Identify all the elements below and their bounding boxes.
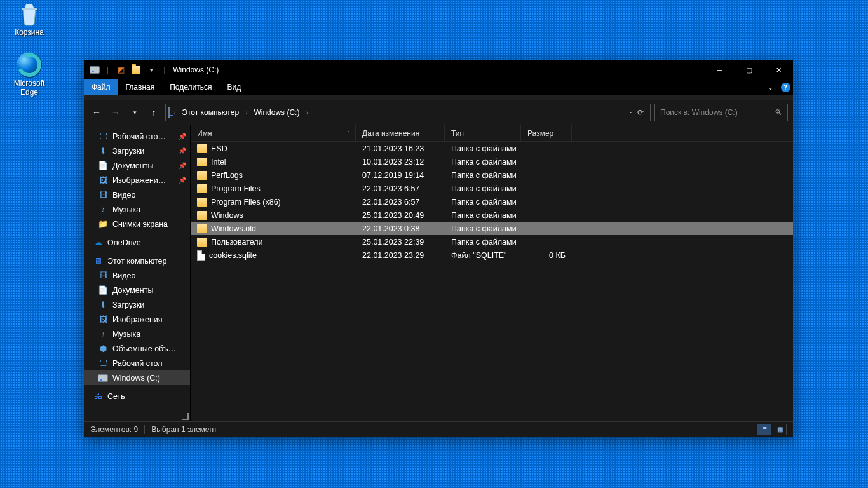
sidebar-item-quick[interactable]: 📁Снимки экрана (84, 217, 190, 231)
folder-icon (197, 238, 207, 247)
file-row[interactable]: Windows.old22.01.2023 0:38Папка с файлам… (191, 222, 793, 235)
file-type: Папка с файлами (445, 198, 521, 207)
sidebar-item-label: Рабочий сто… (112, 132, 166, 141)
file-row[interactable]: Пользователи25.01.2023 22:39Папка с файл… (191, 235, 793, 248)
col-type[interactable]: Тип (445, 125, 521, 141)
view-large-button[interactable]: ▦ (773, 424, 787, 435)
3d-icon: ⬢ (98, 344, 108, 354)
sidebar-item-label: Загрузки (112, 301, 144, 309)
qat-dropdown-icon[interactable]: ▾ (146, 64, 157, 76)
doc-icon: 📄 (98, 161, 108, 171)
download-icon: ⬇ (98, 146, 108, 156)
sidebar-item-pc[interactable]: ⬢Объемные объ… (84, 341, 190, 356)
folder-icon (197, 224, 207, 233)
refresh-button[interactable]: ⟳ (637, 108, 644, 117)
col-name[interactable]: Имя˄ (191, 125, 356, 141)
file-date: 25.01.2023 20:49 (356, 211, 445, 220)
file-row[interactable]: Windows25.01.2023 20:49Папка с файлами (191, 208, 793, 222)
file-row[interactable]: cookies.sqlite22.01.2023 23:29Файл "SQLI… (191, 248, 793, 262)
pic-icon: 🖼 (98, 175, 108, 186)
chevron-right-icon[interactable]: › (244, 109, 248, 116)
drive-icon (98, 373, 108, 383)
ribbon-collapse-icon[interactable]: ⌄ (763, 79, 778, 95)
sidebar-item-quick[interactable]: 📄Документы📌 (84, 158, 190, 173)
sidebar-onedrive[interactable]: ☁ OneDrive (84, 235, 190, 250)
file-name: Пользователи (211, 238, 263, 247)
navbar: ← → ▾ ↑ › Этот компьютер › Windows (C:) … (84, 100, 793, 125)
chevron-right-icon[interactable]: › (304, 109, 309, 116)
explorer-window: | ◩ ▾ | Windows (C:) ─ ▢ ✕ Файл Главная … (83, 60, 794, 437)
column-headers: Имя˄ Дата изменения Тип Размер (191, 125, 793, 142)
file-type: Папка с файлами (445, 238, 521, 247)
sort-asc-icon: ˄ (347, 130, 350, 137)
sidebar-item-pc[interactable]: 📄Документы (84, 283, 190, 297)
forward-button[interactable]: → (108, 104, 123, 121)
edge-shortcut[interactable]: Microsoft Edge (5, 52, 53, 97)
sidebar-item-pc[interactable]: 🖼Изображения (84, 312, 190, 327)
file-name: Intel (211, 158, 226, 166)
sidebar-item-pc[interactable]: 🎞Видео (84, 268, 190, 283)
col-size[interactable]: Размер (521, 125, 572, 141)
file-row[interactable]: PerfLogs07.12.2019 19:14Папка с файлами (191, 168, 793, 182)
qat-newfolder-icon[interactable] (130, 64, 142, 76)
sidebar-this-pc[interactable]: 🖥 Этот компьютер (84, 254, 190, 268)
sidebar-item-label: Видео (112, 271, 136, 280)
view-details-button[interactable]: ≣ (757, 424, 771, 435)
search-box[interactable]: Поиск в: Windows (C:) 🔍︎ (654, 104, 788, 121)
file-row[interactable]: Program Files22.01.2023 6:57Папка с файл… (191, 182, 793, 195)
recent-dropdown-icon[interactable]: ▾ (127, 104, 142, 121)
sidebar-item-label: Объемные объ… (112, 344, 176, 353)
folder-icon (197, 144, 207, 153)
up-button[interactable]: ↑ (146, 104, 161, 121)
sidebar-item-quick[interactable]: 🖵Рабочий сто…📌 (84, 129, 190, 144)
file-row[interactable]: Program Files (x86)22.01.2023 6:57Папка … (191, 195, 793, 208)
help-button[interactable]: ? (778, 79, 793, 95)
file-date: 25.01.2023 22:39 (356, 238, 445, 247)
file-row[interactable]: Intel10.01.2023 23:12Папка с файлами (191, 155, 793, 168)
file-date: 22.01.2023 6:57 (356, 184, 445, 193)
tab-view[interactable]: Вид (219, 79, 248, 95)
sidebar-item-quick[interactable]: ♪Музыка (84, 202, 190, 217)
sidebar-item-pc[interactable]: ⬇Загрузки (84, 297, 190, 312)
breadcrumb-current[interactable]: Windows (C:) (251, 107, 302, 118)
col-date[interactable]: Дата изменения (356, 125, 445, 141)
edge-label: Microsoft Edge (5, 79, 53, 97)
sidebar-item-quick[interactable]: 🎞Видео (84, 187, 190, 202)
sidebar-item-label: Документы (112, 161, 153, 170)
back-button[interactable]: ← (89, 104, 104, 121)
sidebar-item-label: Музыка (112, 205, 140, 214)
maximize-button[interactable]: ▢ (735, 60, 764, 79)
minimize-button[interactable]: ─ (705, 60, 735, 79)
video-icon: 🎞 (98, 190, 108, 200)
sidebar-item-label: Музыка (112, 330, 140, 339)
address-bar[interactable]: › Этот компьютер › Windows (C:) › ⌄ ⟳ (165, 104, 651, 121)
file-list[interactable]: ESD21.01.2023 16:23Папка с файламиIntel1… (191, 142, 793, 421)
tab-file[interactable]: Файл (84, 79, 118, 95)
window-title: Windows (C:) (173, 65, 219, 74)
file-row[interactable]: ESD21.01.2023 16:23Папка с файлами (191, 142, 793, 155)
file-date: 07.12.2019 19:14 (356, 171, 445, 180)
sidebar-item-label: Снимки экрана (112, 220, 168, 229)
drive-icon (168, 108, 170, 117)
file-area: Имя˄ Дата изменения Тип Размер ESD21.01.… (190, 125, 793, 421)
tab-share[interactable]: Поделиться (162, 79, 219, 95)
file-name: cookies.sqlite (209, 251, 257, 260)
recycle-bin[interactable]: Корзина (5, 1, 53, 37)
sidebar-item-pc[interactable]: ♪Музыка (84, 327, 190, 341)
titlebar[interactable]: | ◩ ▾ | Windows (C:) ─ ▢ ✕ (84, 60, 793, 79)
pin-icon: 📌 (179, 147, 186, 154)
chevron-right-icon[interactable]: › (172, 109, 177, 116)
resize-handle-icon[interactable] (182, 413, 189, 420)
sidebar-item-quick[interactable]: 🖼Изображени…📌 (84, 173, 190, 187)
sidebar-item-pc[interactable]: Windows (C:) (84, 370, 190, 385)
sidebar-item-pc[interactable]: 🖵Рабочий стол (84, 356, 190, 370)
pin-icon: 📌 (179, 133, 186, 140)
tab-home[interactable]: Главная (118, 79, 163, 95)
edge-icon (17, 52, 42, 78)
breadcrumb-root[interactable]: Этот компьютер (179, 107, 241, 118)
close-button[interactable]: ✕ (764, 60, 793, 79)
sidebar-item-quick[interactable]: ⬇Загрузки📌 (84, 144, 190, 158)
qat-properties-icon[interactable]: ◩ (115, 64, 126, 76)
address-dropdown-icon[interactable]: ⌄ (628, 108, 634, 117)
sidebar-network[interactable]: 🖧 Сеть (84, 389, 190, 403)
